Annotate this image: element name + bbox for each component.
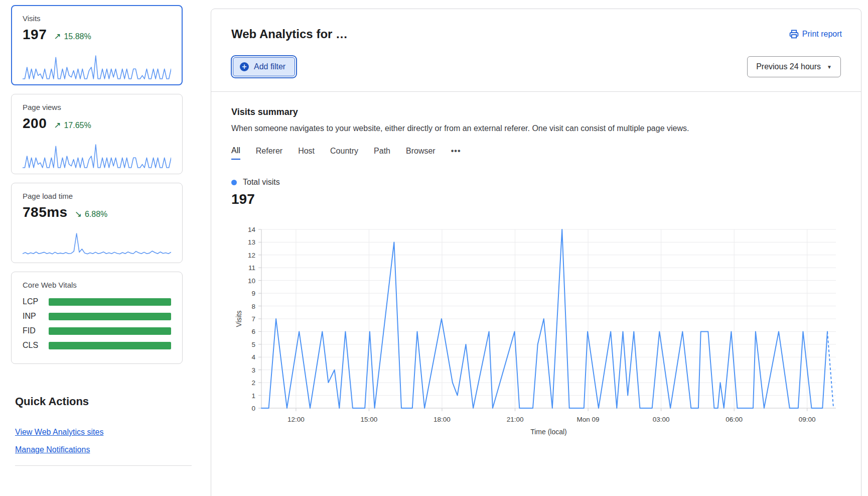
visits-sparkline: [23, 54, 171, 80]
svg-text:11: 11: [248, 264, 255, 272]
svg-text:0: 0: [251, 405, 255, 412]
svg-text:5: 5: [251, 341, 255, 348]
visits-summary-section: Visits summary When someone navigates to…: [211, 92, 861, 442]
trend-up-icon: ↗: [54, 120, 61, 131]
page-views-card-title: Page views: [23, 103, 171, 111]
svg-text:7: 7: [251, 315, 255, 323]
vital-bar-inp: [49, 313, 171, 320]
page-views-card-delta: ↗ 17.65%: [54, 120, 91, 131]
page-views-card[interactable]: Page views 200 ↗ 17.65%: [11, 94, 183, 174]
visits-card-delta: ↗ 15.88%: [54, 31, 91, 42]
svg-text:21:00: 21:00: [507, 416, 524, 423]
svg-text:Mon 09: Mon 09: [577, 416, 600, 423]
metrics-sidebar: Visits 197 ↗ 15.88% Page views 200 ↗ 17.…: [11, 5, 183, 466]
svg-text:Visits: Visits: [235, 310, 243, 327]
page-load-sparkline: [23, 231, 171, 258]
svg-text:9: 9: [251, 290, 255, 297]
vital-row-lcp: LCP: [23, 297, 171, 306]
tab-browser[interactable]: Browser: [406, 147, 436, 159]
visits-card[interactable]: Visits 197 ↗ 15.88%: [11, 5, 183, 85]
svg-text:09:00: 09:00: [799, 416, 816, 423]
vital-bar-lcp: [49, 298, 171, 306]
page-load-time-card[interactable]: Page load time 785ms ↘ 6.88%: [11, 183, 183, 263]
page-load-time-card-delta: ↘ 6.88%: [75, 209, 108, 219]
tab-more[interactable]: •••: [451, 147, 461, 159]
visits-card-title: Visits: [23, 14, 171, 23]
add-filter-label: Add filter: [254, 62, 285, 71]
page-load-time-card-value: 785ms: [23, 204, 68, 220]
vital-bar-fid: [49, 327, 171, 335]
tab-path[interactable]: Path: [374, 147, 390, 159]
vital-label-fid: FID: [23, 326, 49, 335]
visits-delta-percent: 15.88%: [64, 32, 91, 41]
svg-text:4: 4: [251, 353, 255, 361]
core-web-vitals-card[interactable]: Core Web Vitals LCP INP FID CLS: [11, 272, 183, 364]
svg-text:8: 8: [251, 303, 255, 310]
svg-text:06:00: 06:00: [726, 416, 743, 423]
vital-row-cls: CLS: [23, 341, 171, 350]
svg-text:13: 13: [248, 238, 255, 246]
legend-dot-icon: [231, 180, 237, 185]
svg-text:10: 10: [248, 277, 255, 285]
printer-icon: [789, 29, 799, 39]
svg-text:1: 1: [251, 392, 255, 400]
tab-all[interactable]: All: [231, 146, 240, 160]
page-views-card-value: 200: [23, 115, 47, 132]
total-visits-value: 197: [231, 191, 841, 207]
tab-country[interactable]: Country: [330, 147, 358, 159]
quick-actions-section: Quick Actions View Web Analytics sites M…: [11, 395, 183, 466]
web-analytics-panel: Web Analytics for … Print report + Add f…: [211, 9, 861, 496]
page-views-delta-percent: 17.65%: [64, 121, 91, 130]
chart-legend: Total visits: [231, 178, 841, 187]
page-load-time-card-title: Page load time: [23, 192, 171, 200]
svg-text:12: 12: [248, 252, 255, 259]
trend-up-icon: ↗: [54, 31, 61, 42]
vital-row-fid: FID: [23, 326, 171, 335]
time-range-value: Previous 24 hours: [756, 62, 821, 71]
visits-chart: 0123456789101112131412:0015:0018:0021:00…: [231, 223, 841, 442]
visits-card-value: 197: [23, 27, 47, 43]
svg-text:Time (local): Time (local): [530, 428, 567, 436]
vital-label-cls: CLS: [23, 341, 49, 350]
quick-actions-title: Quick Actions: [15, 395, 183, 408]
vital-label-lcp: LCP: [23, 297, 49, 306]
svg-text:03:00: 03:00: [653, 416, 670, 423]
view-web-analytics-sites-link[interactable]: View Web Analytics sites: [15, 428, 103, 437]
trend-down-icon: ↘: [75, 209, 82, 219]
page-title: Web Analytics for …: [231, 27, 841, 41]
tab-referer[interactable]: Referer: [256, 147, 282, 159]
vital-row-inp: INP: [23, 312, 171, 321]
vital-label-inp: INP: [23, 312, 49, 321]
svg-text:12:00: 12:00: [287, 416, 305, 423]
time-range-dropdown[interactable]: Previous 24 hours ▼: [747, 56, 841, 77]
legend-label: Total visits: [243, 178, 280, 187]
svg-text:14: 14: [248, 226, 256, 233]
svg-text:2: 2: [251, 379, 255, 387]
section-title: Visits summary: [231, 107, 841, 117]
print-report-link[interactable]: Print report: [789, 29, 842, 39]
core-web-vitals-title: Core Web Vitals: [23, 281, 171, 289]
visits-line-chart: 0123456789101112131412:0015:0018:0021:00…: [231, 223, 841, 442]
manage-notifications-link[interactable]: Manage Notifications: [15, 445, 90, 454]
plus-icon: +: [240, 62, 249, 71]
add-filter-button[interactable]: + Add filter: [233, 57, 295, 76]
svg-text:15:00: 15:00: [361, 416, 378, 423]
chevron-down-icon: ▼: [827, 64, 832, 70]
dimension-tabs: All Referer Host Country Path Browser ••…: [231, 146, 841, 160]
page-views-sparkline: [23, 143, 171, 169]
page-load-delta-percent: 6.88%: [85, 210, 107, 219]
tab-host[interactable]: Host: [298, 147, 315, 159]
svg-text:18:00: 18:00: [433, 416, 451, 423]
print-report-label: Print report: [802, 30, 842, 39]
svg-text:3: 3: [251, 366, 255, 374]
sidebar-divider: [15, 465, 192, 466]
vital-bar-cls: [49, 342, 171, 349]
section-description: When someone navigates to your website, …: [231, 124, 841, 133]
svg-text:6: 6: [251, 328, 255, 335]
panel-header: Web Analytics for … Print report + Add f…: [211, 9, 861, 92]
